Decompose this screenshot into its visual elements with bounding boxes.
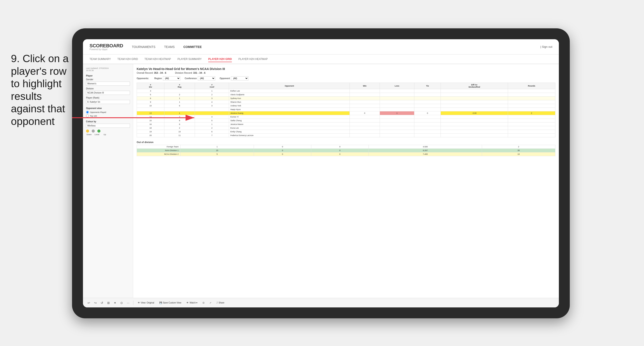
dots-button[interactable]: ··· [126, 300, 130, 305]
tab-player-h2h-grid[interactable]: PLAYER H2H GRID [208, 56, 232, 62]
table-row[interactable]: 1691 Jessica Mason [137, 123, 555, 126]
division-select[interactable]: NCAA Division III [86, 91, 130, 95]
bottom-toolbar: ↩ ↪ ↺ ⊞ ✦ ⊙ ··· 👁 View: Original 💾 Save … [83, 298, 559, 307]
instruction-body: Click on a player's row to highlight res… [11, 53, 68, 127]
view-original-button[interactable]: 👁 View: Original [136, 301, 156, 305]
player-rank-label: Player (Rank) [86, 97, 130, 99]
player-h2h-table: #Div #Reg #Conf Opponent Win Loss Tie Di… [137, 83, 555, 137]
share-button[interactable]: ⤴ Share [215, 301, 226, 305]
nav-tournaments[interactable]: TOURNAMENTS [132, 44, 156, 50]
radio-opponents-played[interactable]: Opponents Played [86, 111, 130, 114]
sub-nav: TEAM SUMMARY TEAM H2H GRID TEAM H2H HEAT… [83, 54, 559, 64]
opponent-select[interactable]: (All) [231, 76, 248, 80]
table-row[interactable]: 1063 Andrea York [137, 104, 555, 108]
tab-team-h2h-grid[interactable]: TEAM H2H GRID [118, 56, 138, 62]
col-opponent: Opponent [229, 83, 350, 89]
redo-button[interactable]: ↺ [100, 300, 104, 305]
legend-up-dot [97, 130, 100, 133]
gender-label: Gender [86, 78, 130, 81]
player-label: Player [86, 75, 130, 77]
col-conf: #Conf [195, 83, 229, 89]
legend-down-dot [86, 130, 89, 133]
out-of-division-title: Out of division [137, 141, 555, 144]
table-row[interactable]: 613 Sydney Kuo [137, 97, 555, 100]
legend-level-label: Level [94, 133, 100, 136]
logo-area: SCOREBOARD Powered by clippd TOURNAMENTS… [90, 43, 202, 51]
right-panel: Katelyn Vo Head-to-Head Grid for Women's… [133, 64, 559, 298]
col-rounds: Rounds [508, 83, 555, 89]
col-diff: Diff AvStrokes/Rnd [441, 83, 508, 89]
legend-down-label: Down [86, 133, 92, 136]
logo: SCOREBOARD [90, 43, 123, 49]
share-icon: ⤴ [216, 302, 218, 304]
region-select[interactable]: (All) [163, 76, 180, 80]
sign-out[interactable]: | Sign out [540, 45, 552, 48]
table-row[interactable]: 19106 Emily Chang [137, 130, 555, 134]
step-number: 9. [11, 53, 20, 64]
conference-filter: Conference (All) [185, 76, 215, 80]
table-row[interactable]: 1822 Euna Lee [137, 126, 555, 130]
table-row[interactable]: 20117 Federica Domecq Lacroze [137, 134, 555, 137]
col-win: Win [350, 83, 380, 89]
save-custom-view-button[interactable]: 💾 Save Custom View [158, 301, 183, 305]
table-row[interactable]: 1474 Eunice Yi [137, 115, 555, 119]
out-table-row[interactable]: NAIA Division 1 15 0 0 9.267 30 [137, 149, 555, 152]
tab-player-summary[interactable]: PLAYER SUMMARY [178, 56, 202, 62]
out-table-row[interactable]: NCAA Division 2 5 0 0 7.400 10 [137, 152, 555, 156]
tab-team-summary[interactable]: TEAM SUMMARY [90, 56, 111, 62]
player-section: Player Gender Women's Division NCAA Divi… [86, 75, 130, 104]
out-table-row[interactable]: Foreign Team 1 0 0 4.500 2 [137, 145, 555, 149]
watch-icon: 👁 [186, 302, 188, 304]
col-loss: Loss [380, 83, 414, 89]
undo-button[interactable]: ↩ [86, 300, 91, 305]
sparkle-button[interactable]: ✦ [113, 300, 118, 305]
table-row[interactable]: 31 Esther Lee [137, 89, 555, 93]
refresh-button[interactable]: ⊙ [119, 300, 124, 305]
tablet-frame: SCOREBOARD Powered by clippd TOURNAMENTS… [72, 28, 570, 318]
legend-up-label: Up [102, 133, 108, 136]
table-row[interactable]: 914 Sharon Mun [137, 100, 555, 104]
tab-player-h2h-heatmap[interactable]: PLAYER H2H HEATMAP [238, 56, 268, 62]
grid-button[interactable]: ⊞ [106, 300, 111, 305]
col-reg: #Reg [164, 83, 195, 89]
top-nav: SCOREBOARD Powered by clippd TOURNAMENTS… [83, 39, 559, 54]
region-label: Region [154, 77, 162, 80]
gender-select[interactable]: Women's [86, 82, 130, 86]
legend-level-dot [92, 130, 95, 133]
main-nav: TOURNAMENTS TEAMS COMMITTEE [132, 44, 202, 50]
opponent-label: Opponent [220, 77, 230, 80]
table-row[interactable]: Haejo Hyun [137, 108, 555, 111]
nav-committee[interactable]: COMMITTEE [184, 44, 202, 50]
table-row[interactable]: 522 Alexis Sudjianto [137, 93, 555, 97]
col-tie: Tie [414, 83, 441, 89]
resize-button[interactable]: ⤢ [208, 301, 213, 305]
eye-icon: 👁 [138, 302, 140, 304]
colour-by-section: Colour by Win/loss Down Level Up [86, 120, 130, 136]
opponent-filter: Opponent (All) [220, 76, 248, 80]
radio-top100[interactable]: Top 100 [86, 115, 130, 117]
tab-team-h2h-heatmap[interactable]: TEAM H2H HEATMAP [144, 56, 171, 62]
toolbar-separator [133, 301, 134, 305]
legend-dots [86, 130, 130, 133]
last-updated: Last Updated: 27/03/2024 16:55:38 [86, 67, 130, 71]
table-row[interactable]: 1585 Stella Cheng [137, 119, 555, 123]
colour-by-select[interactable]: Win/loss [86, 124, 130, 128]
player-rank-select[interactable]: 8. Katelyn Vo [86, 100, 130, 104]
division-label: Division [86, 87, 130, 90]
out-of-division-section: Out of division Foreign Team 1 0 0 4.500… [137, 141, 555, 156]
col-div: #Div [137, 83, 164, 89]
table-row-selected[interactable]: 131 Jessica Huang 0 1 0 -3.00 2 [137, 111, 555, 115]
legend-labels: Down Level Up [86, 133, 130, 136]
redo-forward-button[interactable]: ↪ [93, 300, 98, 305]
watch-button[interactable]: 👁 Watch ▾ [185, 301, 199, 305]
conference-select[interactable]: (All) [198, 76, 215, 80]
tablet-screen: SCOREBOARD Powered by clippd TOURNAMENTS… [83, 39, 559, 307]
filter-row: Opponents: Region (All) Conference (All) [137, 76, 555, 80]
conference-label: Conference [185, 77, 197, 80]
overall-record: Overall Record: 353 - 34 - 6 [137, 71, 166, 74]
opponent-view-radio-group: Opponents Played Top 100 [86, 111, 130, 117]
opponents-label: Opponents: [137, 77, 149, 80]
layout-button[interactable]: ⊡ [201, 301, 206, 305]
nav-teams[interactable]: TEAMS [164, 44, 175, 50]
main-content: Last Updated: 27/03/2024 16:55:38 Player… [83, 64, 559, 298]
